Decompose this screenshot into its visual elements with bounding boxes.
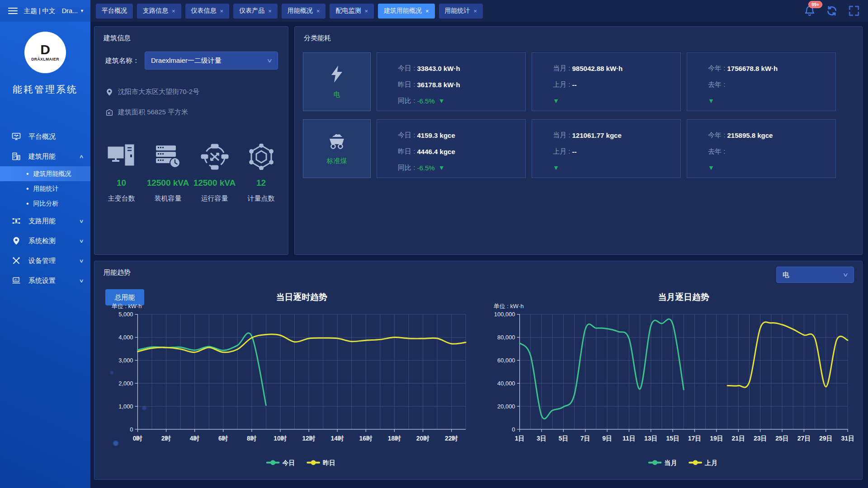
coal-row: 标准煤 今日 : 4159.3 kgce 昨日 : 4446.4 kgce 同比… [303, 119, 836, 178]
svg-text:29日: 29日 [819, 435, 832, 442]
down-triangle-icon: ▼ [708, 164, 714, 171]
tab-energy-overview[interactable]: 用能概况× [282, 4, 326, 19]
sidebar: D DRÄXLMAIER 能耗管理系统 平台概况 建筑用能 ∧ • 建筑用能概况… [0, 22, 90, 488]
series-line [137, 333, 266, 405]
svg-text:4时: 4时 [190, 435, 200, 442]
electricity-month-card: 当月 : 985042.88 kW·h 上月 : -- ▼ [532, 52, 681, 111]
tab-building-energy-overview[interactable]: 建筑用能概况× [378, 4, 435, 19]
monitor-icon [12, 132, 21, 141]
svg-text:22时: 22时 [445, 435, 458, 442]
category-energy-title: 分类能耗 [295, 27, 862, 42]
topbar: 主题 | 中文 Dra... ▼ 平台概况 支路信息× 仪表信息× 仪表产品× … [0, 0, 868, 22]
sidebar-item-system-monitor[interactable]: 系统检测 ∨ [0, 231, 90, 251]
close-icon[interactable]: × [172, 8, 175, 14]
svg-text:9日: 9日 [602, 435, 612, 442]
location-pin-icon [105, 88, 113, 96]
main-content: 建筑信息 建筑名称： Draexlmaier一二级计量 ∨ 沈阳市大东区大望街7… [90, 22, 868, 488]
sidebar-item-platform-overview[interactable]: 平台概况 [0, 127, 90, 146]
svg-text:0时: 0时 [133, 435, 143, 442]
close-icon[interactable]: × [474, 8, 477, 14]
chevron-down-icon: ∨ [267, 57, 273, 64]
svg-text:21日: 21日 [732, 435, 745, 442]
tab-energy-stats[interactable]: 用能统计× [439, 4, 483, 19]
svg-text:6时: 6时 [218, 435, 228, 442]
tab-meter-product[interactable]: 仪表产品× [233, 4, 278, 19]
tab-platform-overview[interactable]: 平台概况 [96, 4, 133, 19]
sidebar-item-branch-energy[interactable]: 支路用能 ∨ [0, 211, 90, 231]
close-icon[interactable]: × [364, 8, 368, 14]
daily-trend-svg: 020,00040,00060,00080,000100,0001日3日5日7日… [478, 286, 860, 474]
tab-branch-info[interactable]: 支路信息× [137, 4, 181, 19]
caret-down-icon: ▼ [80, 9, 84, 13]
sidebar-subitem-yoy-analysis[interactable]: • 同比分析 [0, 196, 90, 211]
down-triangle-icon: ▼ [553, 164, 559, 171]
svg-text:4,000: 4,000 [118, 334, 133, 341]
theme-language-switch[interactable]: 主题 | 中文 [24, 7, 56, 15]
tab-meter-info[interactable]: 仪表信息× [185, 4, 230, 19]
svg-text:12时: 12时 [302, 435, 315, 442]
legend-item[interactable]: 今日 [267, 459, 295, 466]
svg-text:5日: 5日 [558, 435, 568, 442]
electricity-year-card: 今年 : 1756678.8 kW·h 去年 : ▼ [687, 52, 836, 111]
series-line [727, 322, 848, 388]
topbar-left: 主题 | 中文 Dra... ▼ [0, 0, 90, 22]
close-icon[interactable]: × [220, 8, 224, 14]
tab-bar: 平台概况 支路信息× 仪表信息× 仪表产品× 用能概况× 配电监测× 建筑用能概… [96, 4, 483, 19]
coal-year-card: 今年 : 215895.8 kgce 去年 : ▼ [687, 119, 836, 178]
svg-text:当月: 当月 [665, 459, 677, 466]
svg-text:11日: 11日 [623, 435, 636, 442]
building-name-select[interactable]: Draexlmaier一二级计量 ∨ [145, 52, 278, 70]
svg-text:7日: 7日 [580, 435, 590, 442]
building-name-label: 建筑名称： [105, 56, 139, 65]
svg-text:1日: 1日 [515, 435, 525, 442]
svg-text:15日: 15日 [666, 435, 679, 442]
chart-title: 当日逐时趋势 [276, 292, 327, 302]
building-name-value: Draexlmaier一二级计量 [151, 56, 222, 65]
svg-text:18时: 18时 [388, 435, 401, 442]
svg-text:10时: 10时 [274, 435, 287, 442]
chevron-down-icon: ∨ [843, 272, 849, 278]
svg-text:14时: 14时 [331, 435, 344, 442]
branch-network-icon [12, 216, 21, 225]
close-icon[interactable]: × [268, 8, 272, 14]
close-icon[interactable]: × [425, 8, 429, 14]
svg-text:5,000: 5,000 [118, 311, 133, 318]
refresh-icon[interactable] [826, 5, 838, 17]
svg-text:0: 0 [512, 426, 515, 433]
lightning-icon [330, 65, 344, 83]
stat-metering-points: 12 计量点数 [238, 137, 284, 203]
sidebar-item-system-settings[interactable]: 系统设置 ∨ [0, 271, 90, 291]
chart-unit-label: 单位 : kW·h [112, 303, 142, 310]
svg-text:19日: 19日 [710, 435, 723, 442]
chevron-down-icon: ∨ [79, 278, 84, 284]
area-icon [105, 108, 113, 117]
svg-text:上月: 上月 [704, 459, 717, 466]
energy-type-select[interactable]: 电 ∨ [776, 267, 854, 283]
sidebar-item-building-energy[interactable]: 建筑用能 ∧ [0, 146, 90, 166]
sidebar-subitem-building-energy-overview[interactable]: • 建筑用能概况 [0, 166, 90, 181]
down-triangle-icon: ▼ [553, 97, 559, 104]
legend-item[interactable]: 当月 [649, 459, 677, 466]
coal-cart-icon [327, 132, 347, 150]
notification-badge: 99+ [808, 1, 822, 8]
energy-type-value: 电 [783, 271, 789, 279]
svg-text:2时: 2时 [161, 435, 171, 442]
stat-main-transformers: 10 主变台数 [98, 137, 145, 203]
legend-item[interactable]: 昨日 [307, 459, 335, 466]
hamburger-menu-icon[interactable] [8, 6, 18, 16]
logo-brand-text: DRÄXLMAIER [31, 57, 59, 61]
sidebar-item-device-mgmt[interactable]: 设备管理 ∨ [0, 251, 90, 271]
legend-item[interactable]: 上月 [689, 459, 717, 466]
close-icon[interactable]: × [316, 8, 320, 14]
down-triangle-icon: ▼ [439, 164, 445, 171]
notification-bell-icon[interactable]: 99+ [804, 5, 816, 17]
svg-text:27日: 27日 [797, 435, 811, 442]
svg-text:20时: 20时 [416, 435, 429, 442]
tab-power-monitor[interactable]: 配电监测× [330, 4, 374, 19]
user-dropdown[interactable]: Dra... ▼ [62, 7, 84, 14]
svg-text:8时: 8时 [247, 435, 257, 442]
fullscreen-icon[interactable] [848, 5, 860, 17]
sidebar-subitem-energy-stats[interactable]: • 用能统计 [0, 181, 90, 196]
company-logo: D DRÄXLMAIER [24, 32, 66, 73]
series-line [137, 334, 466, 352]
